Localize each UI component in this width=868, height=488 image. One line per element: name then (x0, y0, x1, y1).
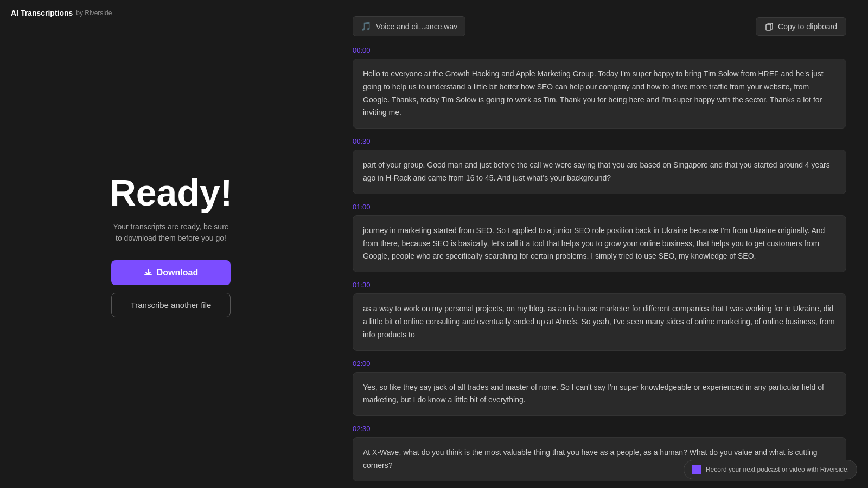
transcript-block-3: as a way to work on my personal projects… (353, 293, 846, 350)
download-button[interactable]: Download (111, 260, 231, 285)
copy-clipboard-button[interactable]: Copy to clipboard (756, 17, 846, 36)
transcribe-another-button[interactable]: Transcribe another file (111, 293, 231, 317)
file-label: 🎵 Voice and cit...ance.wav (353, 16, 465, 36)
audio-icon: 🎵 (361, 21, 372, 31)
timestamp-3: 01:30 (353, 281, 846, 289)
transcript-block-0: Hello to everyone at the Growth Hacking … (353, 59, 846, 129)
timestamp-4: 02:00 (353, 359, 846, 368)
transcript-block-1: part of your group. Good man and just be… (353, 150, 846, 194)
transcript-block-2: journey in marketing started from SEO. S… (353, 215, 846, 272)
right-panel: 🎵 Voice and cit...ance.wav Copy to clipb… (342, 0, 868, 488)
left-panel: Ready! Your transcripts are ready, be su… (0, 0, 342, 488)
riverside-badge-icon (692, 465, 701, 474)
timestamp-0: 00:00 (353, 46, 846, 54)
timestamp-1: 00:30 (353, 137, 846, 145)
transcript-header: 🎵 Voice and cit...ance.wav Copy to clipb… (353, 16, 846, 36)
timestamp-5: 02:30 (353, 425, 846, 433)
transcript-block-4: Yes, so like they say jack of all trades… (353, 372, 846, 416)
svg-rect-1 (766, 24, 771, 30)
download-icon (144, 268, 152, 277)
riverside-badge: Record your next podcast or video with R… (684, 460, 857, 479)
timestamp-2: 01:00 (353, 203, 846, 211)
clipboard-icon (765, 22, 774, 31)
transcript-container: 00:00Hello to everyone at the Growth Hac… (353, 46, 846, 488)
ready-subtitle: Your transcripts are ready, be sure to d… (113, 221, 228, 244)
ready-title: Ready! (110, 171, 233, 214)
